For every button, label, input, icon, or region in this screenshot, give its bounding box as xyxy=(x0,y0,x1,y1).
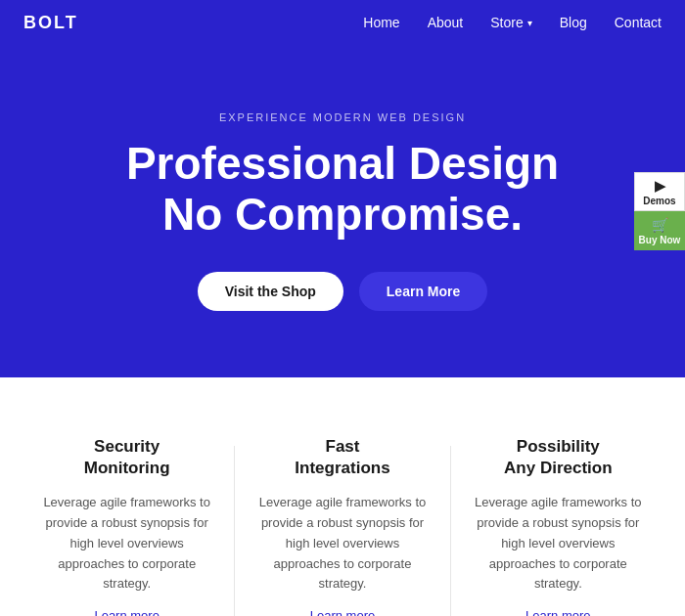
nav-store[interactable]: Store ▾ xyxy=(490,15,531,30)
hero-title-line1: Professional Design xyxy=(126,138,559,189)
nav-contact[interactable]: Contact xyxy=(615,14,662,31)
hero-buttons: Visit the Shop Learn More xyxy=(198,272,488,311)
demos-button[interactable]: ▶ Demos xyxy=(634,172,685,211)
feature-card-security: SecurityMonitoring Leverage agile framew… xyxy=(39,436,214,616)
cart-icon: 🛒 xyxy=(652,217,668,233)
side-buttons: ▶ Demos 🛒 Buy Now xyxy=(634,172,685,250)
nav-home[interactable]: Home xyxy=(363,14,399,31)
demos-icon: ▶ xyxy=(655,178,665,194)
feature-title-possibility: PossibilityAny Direction xyxy=(471,436,646,479)
hero-title: Professional Design No Compromise. xyxy=(126,139,559,240)
buy-label: Buy Now xyxy=(639,235,681,245)
feature-divider-2 xyxy=(450,446,451,616)
chevron-down-icon: ▾ xyxy=(527,18,532,28)
feature-desc-integrations: Leverage agile frameworks to provide a r… xyxy=(254,493,430,594)
feature-title-integrations: FastIntegrations xyxy=(254,436,430,479)
hero-section: EXPERIENCE MODERN WEB DESIGN Professiona… xyxy=(0,45,685,377)
hero-eyebrow: EXPERIENCE MODERN WEB DESIGN xyxy=(219,111,466,123)
features-section: SecurityMonitoring Leverage agile framew… xyxy=(0,377,685,616)
visit-shop-button[interactable]: Visit the Shop xyxy=(198,272,343,311)
nav-about[interactable]: About xyxy=(428,14,464,31)
feature-divider-1 xyxy=(234,446,235,616)
navbar: BOLT Home About Store ▾ Blog Contact xyxy=(0,0,685,45)
nav-blog[interactable]: Blog xyxy=(560,14,587,31)
feature-card-integrations: FastIntegrations Leverage agile framewor… xyxy=(254,436,430,616)
nav-links: Home About Store ▾ Blog Contact xyxy=(363,14,662,31)
hero-title-line2: No Compromise. xyxy=(162,189,523,240)
feature-link-security[interactable]: Learn more xyxy=(94,608,159,616)
buy-now-button[interactable]: 🛒 Buy Now xyxy=(634,211,685,250)
demos-label: Demos xyxy=(643,196,675,206)
feature-desc-security: Leverage agile frameworks to provide a r… xyxy=(39,493,214,594)
feature-desc-possibility: Leverage agile frameworks to provide a r… xyxy=(471,493,646,594)
feature-card-possibility: PossibilityAny Direction Leverage agile … xyxy=(471,436,646,616)
feature-link-possibility[interactable]: Learn more xyxy=(525,608,590,616)
feature-title-security: SecurityMonitoring xyxy=(39,436,214,479)
logo: BOLT xyxy=(23,13,78,33)
feature-link-integrations[interactable]: Learn more xyxy=(310,608,375,616)
learn-more-button[interactable]: Learn More xyxy=(359,272,487,311)
